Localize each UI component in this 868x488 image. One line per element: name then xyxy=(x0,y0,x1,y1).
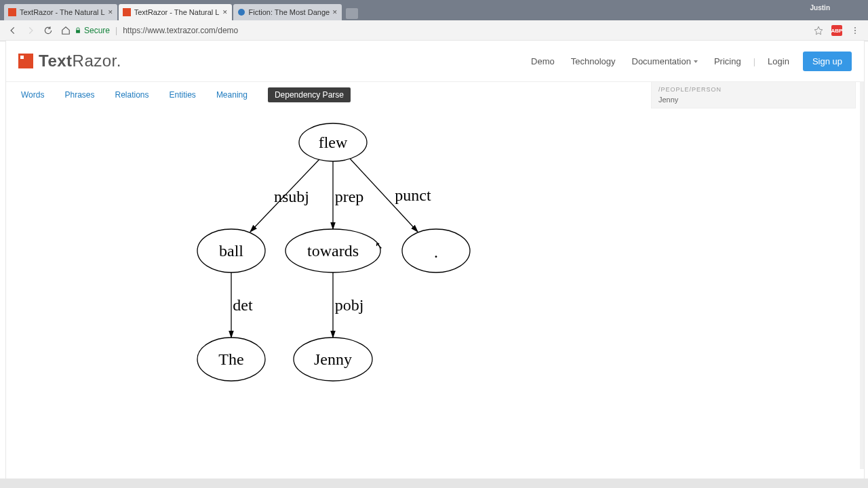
adblock-icon[interactable]: ABP xyxy=(831,25,842,36)
svg-text:ball: ball xyxy=(219,242,243,260)
svg-rect-1 xyxy=(123,8,131,16)
svg-rect-0 xyxy=(8,8,16,16)
svg-text:nsubj: nsubj xyxy=(274,188,309,205)
menu-button[interactable] xyxy=(850,25,861,36)
svg-text:prep: prep xyxy=(335,188,364,205)
secure-label: Secure xyxy=(84,26,110,35)
scrollbar[interactable] xyxy=(860,81,864,469)
svg-text:.: . xyxy=(434,243,438,261)
nav-documentation[interactable]: Documentation xyxy=(632,56,698,66)
chevron-down-icon xyxy=(694,60,698,63)
browser-address-bar: Secure | https://www.textrazor.com/demo … xyxy=(0,20,868,41)
nav-documentation-label: Documentation xyxy=(632,56,691,66)
svg-text:punct: punct xyxy=(395,186,431,204)
node-towards: towards xyxy=(285,229,380,272)
svg-point-2 xyxy=(238,9,245,16)
dependency-graph: flew ball towards . The Jenny nsubj xyxy=(21,115,523,413)
tab-meaning[interactable]: Meaning xyxy=(216,90,248,100)
close-icon[interactable]: ✕ xyxy=(222,9,228,15)
home-button[interactable] xyxy=(60,25,71,36)
svg-text:det: det xyxy=(233,296,253,314)
browser-tab-bar: TextRazor - The Natural L ✕ TextRazor - … xyxy=(0,0,868,20)
node-period: . xyxy=(402,229,470,272)
tab-dependency-parse[interactable]: Dependency Parse xyxy=(268,87,351,102)
logo-icon xyxy=(18,54,33,68)
svg-text:pobj: pobj xyxy=(335,296,364,314)
brand-light: Razor. xyxy=(73,52,121,70)
logo[interactable]: TextRazor. xyxy=(18,52,121,70)
bottom-strip xyxy=(0,479,868,488)
cursor-icon: ↖ xyxy=(375,240,383,251)
tab-entities[interactable]: Entities xyxy=(170,90,196,100)
forward-button[interactable] xyxy=(25,25,36,36)
nav-separator: | xyxy=(753,56,755,66)
brand-bold: Text xyxy=(39,52,73,70)
profile-name[interactable]: Justin xyxy=(810,4,830,12)
star-icon[interactable] xyxy=(813,25,824,36)
browser-tab[interactable]: TextRazor - The Natural L ✕ xyxy=(4,4,117,20)
favicon-textrazor-icon xyxy=(8,8,16,16)
address-field[interactable]: Secure | https://www.textrazor.com/demo xyxy=(75,23,810,38)
security-indicator: Secure xyxy=(75,26,110,35)
nav-pricing[interactable]: Pricing xyxy=(714,56,741,66)
svg-text:flew: flew xyxy=(319,134,348,151)
browser-tab[interactable]: TextRazor - The Natural L ✕ xyxy=(119,4,232,20)
back-button[interactable] xyxy=(7,25,18,36)
svg-text:Jenny: Jenny xyxy=(314,350,352,368)
signup-button[interactable]: Sign up xyxy=(803,52,852,71)
svg-point-4 xyxy=(854,30,856,31)
favicon-textrazor-icon xyxy=(123,8,131,16)
svg-point-5 xyxy=(854,33,856,34)
entity-panel: /PEOPLE/PERSON Jenny xyxy=(651,81,856,108)
main-nav: Demo Technology Documentation Pricing | … xyxy=(523,52,852,71)
site-header: TextRazor. Demo Technology Documentation… xyxy=(6,41,864,82)
node-flew: flew xyxy=(299,123,367,161)
lock-icon xyxy=(75,27,81,34)
page-content: TextRazor. Demo Technology Documentation… xyxy=(6,41,864,479)
entity-name: Jenny xyxy=(658,96,848,104)
new-tab-button[interactable] xyxy=(346,8,358,19)
node-the: The xyxy=(197,338,265,381)
url-text: https://www.textrazor.com/demo xyxy=(123,26,238,35)
nav-technology[interactable]: Technology xyxy=(571,56,616,66)
tab-title: TextRazor - The Natural L xyxy=(134,8,220,16)
reload-button[interactable] xyxy=(43,25,54,36)
browser-tab[interactable]: Fiction: The Most Dange ✕ xyxy=(233,4,342,20)
nav-login[interactable]: Login xyxy=(768,56,789,66)
close-icon[interactable]: ✕ xyxy=(108,9,113,15)
favicon-edge-icon xyxy=(237,8,245,16)
svg-text:towards: towards xyxy=(307,242,359,260)
svg-point-3 xyxy=(854,27,856,28)
tab-phrases[interactable]: Phrases xyxy=(64,90,94,100)
tab-title: Fiction: The Most Dange xyxy=(249,8,330,16)
close-icon[interactable]: ✕ xyxy=(332,9,338,15)
node-ball: ball xyxy=(197,229,265,272)
entity-category: /PEOPLE/PERSON xyxy=(658,86,848,93)
tab-relations[interactable]: Relations xyxy=(115,90,149,100)
tab-title: TextRazor - The Natural L xyxy=(20,8,105,16)
svg-text:The: The xyxy=(218,350,243,368)
nav-demo[interactable]: Demo xyxy=(531,56,555,66)
tab-words[interactable]: Words xyxy=(21,90,44,100)
node-jenny: Jenny xyxy=(294,338,372,381)
